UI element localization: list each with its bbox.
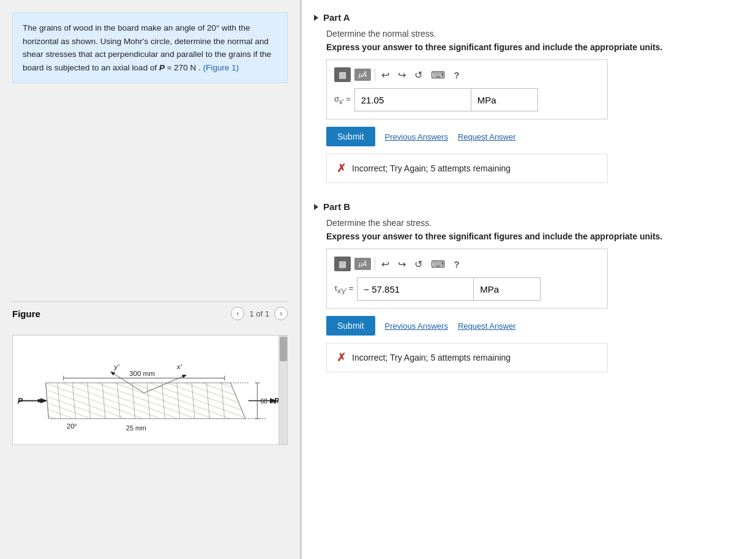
- figure-title: Figure: [12, 309, 40, 319]
- part-b-content: Determine the shear stress. Express your…: [314, 218, 738, 372]
- part-a-section: Part A Determine the normal stress. Expr…: [314, 6, 738, 183]
- part-b-instruction2: Express your answer to three significant…: [326, 231, 738, 241]
- part-a-collapse-icon[interactable]: [314, 15, 318, 21]
- problem-math-P: P: [159, 63, 165, 72]
- part-a-submit-button[interactable]: Submit: [326, 127, 375, 146]
- part-b-undo-button[interactable]: ↩: [379, 257, 392, 271]
- diagram-scrollbar[interactable]: [279, 336, 287, 445]
- part-a-error-text: Incorrect; Try Again; 5 attempts remaini…: [352, 163, 511, 173]
- part-b-answer-box: ▦ μÅ ↩ ↪ ↺ ⌨ ? τx'y' = MPa: [326, 249, 608, 309]
- part-b-submit-button[interactable]: Submit: [326, 316, 375, 336]
- figure-header: Figure ‹ 1 of 1 ›: [12, 301, 288, 325]
- part-a-toolbar: ▦ μÅ ↩ ↪ ↺ ⌨ ?: [334, 67, 600, 82]
- part-a-mu-icon: μÅ: [359, 71, 367, 78]
- left-panel: The grains of wood in the board make an …: [0, 0, 300, 559]
- part-b-input-label: τx'y' =: [334, 283, 353, 295]
- svg-marker-5: [46, 383, 245, 419]
- part-b-mu-icon: μÅ: [359, 260, 367, 268]
- part-a-redo-button[interactable]: ↪: [395, 68, 408, 82]
- figure-link[interactable]: (Figure 1): [203, 63, 239, 72]
- part-b-collapse-icon[interactable]: [314, 204, 318, 210]
- part-b-input[interactable]: [357, 277, 473, 301]
- right-panel: Part A Determine the normal stress. Expr…: [302, 0, 756, 559]
- part-a-prev-answers-button[interactable]: Previous Answers: [385, 132, 448, 141]
- part-a-help-button[interactable]: ?: [451, 69, 462, 81]
- part-b-input-row: τx'y' = MPa: [334, 277, 600, 301]
- figure-diagram: P: [13, 336, 287, 445]
- part-a-error-icon: ✗: [337, 162, 346, 175]
- part-a-action-row: Submit Previous Answers Request Answer: [326, 127, 738, 146]
- svg-text:y': y': [114, 362, 120, 370]
- part-a-keyboard-button[interactable]: ⌨: [429, 68, 447, 82]
- part-b-unit: MPa: [473, 277, 541, 301]
- part-b-request-answer-button[interactable]: Request Answer: [458, 321, 516, 331]
- part-b-format-button[interactable]: ▦: [334, 257, 351, 271]
- part-a-content: Determine the normal stress. Express you…: [314, 29, 738, 183]
- part-a-mu-button[interactable]: μÅ: [354, 69, 371, 81]
- part-b-error-box: ✗ Incorrect; Try Again; 5 attempts remai…: [326, 343, 608, 372]
- part-a-answer-box: ▦ μÅ ↩ ↪ ↺ ⌨ ? σx' = MPa: [326, 59, 608, 119]
- problem-math-value: = 270 N: [167, 63, 196, 72]
- part-a-error-box: ✗ Incorrect; Try Again; 5 attempts remai…: [326, 154, 608, 183]
- part-b-toolbar: ▦ μÅ ↩ ↪ ↺ ⌨ ?: [334, 257, 600, 271]
- part-b-header[interactable]: Part B: [314, 195, 738, 218]
- part-a-reset-button[interactable]: ↺: [412, 68, 425, 82]
- part-a-input-row: σx' = MPa: [334, 88, 600, 111]
- svg-text:25 mm: 25 mm: [126, 425, 146, 432]
- figure-nav-text: 1 of 1: [249, 309, 269, 318]
- part-b-action-row: Submit Previous Answers Request Answer: [326, 316, 738, 336]
- part-b-prev-answers-button[interactable]: Previous Answers: [385, 321, 448, 331]
- part-b-instruction1: Determine the shear stress.: [326, 218, 738, 228]
- part-b-reset-button[interactable]: ↺: [412, 257, 425, 271]
- part-b-redo-button[interactable]: ↪: [395, 257, 408, 271]
- part-a-label: Part A: [323, 12, 350, 23]
- scroll-thumb[interactable]: [280, 337, 287, 361]
- problem-box: The grains of wood in the board make an …: [12, 12, 288, 83]
- part-a-request-answer-button[interactable]: Request Answer: [458, 132, 516, 141]
- svg-text:60 mm: 60 mm: [260, 398, 280, 405]
- part-a-input[interactable]: [354, 88, 471, 111]
- diagram-container: P: [12, 335, 288, 445]
- part-b-error-text: Incorrect; Try Again; 5 attempts remaini…: [352, 353, 511, 362]
- figure-prev-button[interactable]: ‹: [231, 307, 244, 320]
- part-a-unit: MPa: [471, 88, 538, 111]
- part-b-label: Part B: [323, 201, 350, 212]
- part-b-section: Part B Determine the shear stress. Expre…: [314, 195, 738, 372]
- part-b-help-button[interactable]: ?: [451, 258, 462, 271]
- svg-text:20°: 20°: [67, 422, 78, 430]
- part-b-mu-button[interactable]: μÅ: [354, 258, 371, 270]
- svg-text:P: P: [18, 397, 23, 406]
- part-b-error-icon: ✗: [337, 351, 346, 364]
- part-a-undo-button[interactable]: ↩: [379, 68, 392, 82]
- part-a-instruction2: Express your answer to three significant…: [326, 42, 738, 52]
- figure-nav: ‹ 1 of 1 ›: [231, 307, 288, 320]
- svg-text:300 mm: 300 mm: [129, 369, 155, 377]
- part-a-format-button[interactable]: ▦: [334, 67, 351, 82]
- part-a-instruction1: Determine the normal stress.: [326, 29, 738, 39]
- part-a-toolbar-sep: [375, 69, 375, 81]
- part-b-keyboard-button[interactable]: ⌨: [429, 257, 447, 271]
- part-a-header[interactable]: Part A: [314, 6, 738, 29]
- part-b-toolbar-sep: [375, 258, 375, 270]
- svg-text:x': x': [176, 362, 182, 370]
- part-a-input-label: σx' =: [334, 94, 351, 105]
- figure-next-button[interactable]: ›: [274, 307, 288, 320]
